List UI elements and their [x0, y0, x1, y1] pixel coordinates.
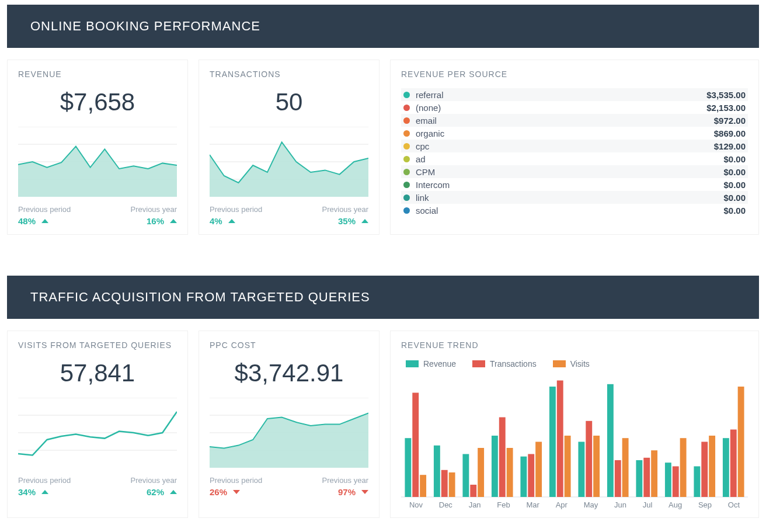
x-label: Jun [614, 500, 626, 509]
section-header-traffic: TRAFFIC ACQUISITION FROM TARGETED QUERIE… [7, 276, 759, 319]
visits-value: 57,841 [18, 359, 177, 387]
svg-rect-34 [565, 436, 571, 497]
caret-down-icon [361, 490, 368, 494]
caret-up-icon [41, 490, 48, 494]
prev-period-label: Previous period [210, 476, 262, 485]
legend-label: Visits [570, 359, 590, 368]
svg-rect-22 [449, 472, 455, 497]
card-title: VISITS FROM TARGETED QUERIES [18, 340, 177, 350]
svg-rect-24 [470, 485, 476, 497]
prev-year-label: Previous year [131, 205, 177, 214]
svg-rect-28 [507, 448, 513, 497]
ppc-value: $3,742.91 [210, 359, 368, 387]
x-label: Dec [439, 500, 452, 509]
legend-swatch-icon [553, 360, 566, 367]
source-value: $972.00 [714, 116, 748, 126]
compare-number: 34% [18, 487, 36, 497]
svg-rect-18 [412, 393, 419, 498]
prev-period-label: Previous period [18, 205, 71, 214]
source-list: referral$3,535.00(none)$2,153.00email$97… [401, 88, 748, 217]
legend-label: Revenue [423, 359, 456, 368]
svg-rect-29 [520, 457, 527, 497]
svg-rect-31 [535, 442, 542, 498]
card-ppc-cost: PPC COST $3,742.91 Previous period 26% P… [199, 331, 379, 518]
source-value: $0.00 [723, 154, 748, 164]
svg-rect-26 [492, 436, 498, 497]
svg-rect-49 [709, 436, 715, 497]
svg-rect-17 [405, 438, 411, 497]
x-label: Aug [668, 500, 682, 509]
prev-period-label: Previous period [210, 205, 262, 214]
svg-rect-35 [578, 442, 584, 498]
legend-item: Revenue [406, 359, 456, 368]
source-row: ad$0.00 [401, 152, 748, 165]
transactions-value: 50 [210, 88, 368, 116]
source-dot-icon [403, 194, 410, 201]
source-row: social$0.00 [401, 204, 748, 217]
legend-item: Transactions [472, 359, 537, 368]
card-revenue-per-source: REVENUE PER SOURCE referral$3,535.00(non… [390, 60, 759, 235]
source-row: (none)$2,153.00 [401, 101, 748, 114]
svg-rect-46 [680, 438, 687, 497]
svg-rect-33 [557, 381, 563, 498]
svg-rect-51 [730, 430, 737, 498]
revenue-value: $7,658 [18, 88, 177, 116]
prev-period-value: 34% [18, 487, 48, 497]
compare-number: 97% [338, 487, 356, 497]
card-title: TRANSACTIONS [210, 69, 368, 79]
source-value: $0.00 [723, 167, 748, 177]
source-row: cpc$129.00 [401, 140, 748, 152]
svg-rect-40 [622, 438, 629, 497]
revenue-trend-chart [401, 374, 748, 497]
svg-rect-39 [615, 460, 621, 497]
svg-rect-50 [723, 438, 729, 497]
caret-up-icon [41, 219, 48, 223]
legend-label: Transactions [490, 359, 537, 368]
source-name: ad [416, 154, 723, 164]
svg-rect-25 [478, 448, 484, 497]
source-row: email$972.00 [401, 114, 748, 127]
svg-rect-42 [643, 458, 650, 497]
ppc-sparkline [210, 398, 368, 468]
svg-rect-38 [607, 384, 614, 497]
svg-rect-41 [636, 460, 642, 497]
source-dot-icon [403, 207, 410, 214]
source-name: cpc [416, 141, 714, 151]
source-dot-icon [403, 182, 410, 188]
caret-up-icon [228, 219, 235, 223]
source-name: referral [416, 90, 706, 100]
legend-item: Visits [553, 359, 590, 368]
legend: RevenueTransactionsVisits [406, 359, 748, 368]
legend-swatch-icon [472, 360, 485, 367]
source-row: organic$869.00 [401, 127, 748, 140]
source-row: referral$3,535.00 [401, 88, 748, 101]
svg-rect-44 [665, 463, 671, 497]
x-label: Mar [527, 500, 539, 509]
compare-number: 35% [338, 216, 356, 226]
source-name: link [416, 193, 723, 203]
prev-year-value: 97% [338, 487, 368, 497]
source-name: organic [416, 128, 714, 138]
prev-period-value: 26% [210, 487, 240, 497]
svg-rect-52 [738, 387, 744, 497]
svg-rect-32 [549, 387, 556, 497]
prev-period-value: 48% [18, 216, 48, 226]
card-title: REVENUE TREND [401, 340, 748, 350]
x-label: May [584, 500, 598, 509]
prev-year-value: 62% [147, 487, 177, 497]
svg-rect-45 [673, 467, 679, 498]
prev-period-value: 4% [210, 216, 235, 226]
source-dot-icon [403, 130, 410, 137]
prev-period-label: Previous period [18, 476, 71, 485]
x-label: Feb [497, 500, 510, 509]
source-dot-icon [403, 143, 410, 149]
x-label: Apr [556, 500, 567, 509]
svg-rect-27 [499, 418, 506, 498]
compare-number: 16% [147, 216, 164, 226]
source-value: $2,153.00 [706, 103, 748, 113]
svg-rect-21 [441, 470, 448, 497]
card-title: REVENUE [18, 69, 177, 79]
x-axis-labels: NovDecJanFebMarAprMayJunJulAugSepOct [401, 500, 748, 509]
prev-year-value: 16% [147, 216, 177, 226]
svg-rect-37 [593, 436, 600, 497]
